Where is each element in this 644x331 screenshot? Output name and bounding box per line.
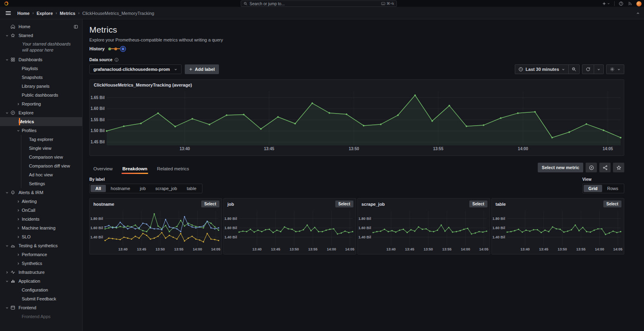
svg-text:13:50: 13:50 [424, 247, 433, 251]
sidebar-item-slo[interactable]: SLO [0, 232, 82, 241]
sidebar-item-comparison-view[interactable]: Comparison view [0, 153, 82, 161]
label-filter-job[interactable]: job [135, 185, 151, 192]
history-timeline[interactable] [108, 48, 124, 50]
user-avatar[interactable] [636, 1, 642, 6]
label-filter-all[interactable]: All [91, 185, 106, 192]
view-toggle-grid[interactable]: Grid [584, 185, 603, 192]
tab-breakdown[interactable]: Breakdown [118, 164, 151, 174]
select-button-table[interactable]: Select [603, 201, 621, 207]
scrape_job-chart[interactable]: 13:4013:4513:5013:5514:0014:051.40 Bil1.… [358, 208, 490, 252]
sidebar-item-comparison-diff-view[interactable]: Comparison diff view [0, 161, 82, 170]
sidebar-item-application[interactable]: Application [0, 277, 82, 285]
sidebar-item-frontend-apps[interactable]: Frontend Apps [0, 312, 82, 321]
share-button[interactable] [599, 163, 611, 172]
chevron-down-icon[interactable] [3, 111, 10, 115]
view-toggle-rows[interactable]: Rows [602, 185, 623, 192]
chevron-right-icon[interactable] [14, 102, 22, 106]
sidebar-item-public-dashboards[interactable]: Public dashboards [0, 91, 82, 99]
sidebar-item-explore[interactable]: Explore [0, 108, 82, 117]
explore-metric-button[interactable] [586, 163, 597, 172]
datasource-select[interactable]: grafanacloud-clickhousedemo-prom [89, 64, 182, 74]
time-range-picker[interactable]: Last 30 minutes [515, 64, 569, 74]
add-label-button[interactable]: Add label [185, 64, 219, 74]
sidebar-item-tag-explorer[interactable]: Tag explorer [0, 135, 82, 144]
label-filter-table[interactable]: table [182, 185, 201, 192]
sidebar-item-library-panels[interactable]: Library panels [0, 82, 82, 91]
chevron-right-icon[interactable] [14, 226, 22, 230]
sidebar-item-snapshots[interactable]: Snapshots [0, 73, 82, 82]
sidebar-item-label: Configuration [22, 288, 48, 292]
sidebar-item-configuration[interactable]: Configuration [0, 285, 82, 294]
sidebar-item-metrics[interactable]: Metrics [0, 117, 82, 126]
info-icon[interactable] [114, 58, 119, 62]
chevron-right-icon[interactable] [14, 253, 22, 257]
sidebar-item-alerting[interactable]: Alerting [0, 197, 82, 206]
sidebar-item-frontend[interactable]: Frontend [0, 303, 82, 312]
select-button-job[interactable]: Select [335, 201, 353, 207]
chevron-right-icon[interactable] [14, 209, 22, 212]
sidebar-item-oncall[interactable]: OnCall [0, 206, 82, 215]
sidebar-item-starred[interactable]: Starred [0, 31, 82, 40]
select-button-scrape_job[interactable]: Select [469, 201, 487, 207]
zoom-out-time-button[interactable] [569, 64, 580, 74]
chevron-right-icon[interactable] [14, 217, 22, 221]
tab-related-metrics[interactable]: Related metrics [153, 164, 193, 174]
sidebar-item-home[interactable]: Home [0, 22, 82, 31]
home-icon [10, 24, 19, 29]
chevron-up-icon[interactable] [636, 11, 640, 15]
dock-icon[interactable] [74, 25, 78, 29]
hostname-chart[interactable]: 13:4013:4513:5013:5514:0014:051.40 Bil1.… [90, 208, 222, 252]
breadcrumb-item[interactable]: Metrics [60, 11, 76, 16]
star-icon [616, 165, 621, 170]
sidebar-item-single-view[interactable]: Single view [0, 144, 82, 153]
sidebar-item-performance[interactable]: Performance [0, 250, 82, 259]
tab-overview[interactable]: Overview [89, 164, 117, 174]
search-input[interactable]: Search or jump to... ⌘+k [241, 0, 397, 7]
table-chart[interactable]: 13:4013:4513:5013:5514:0014:051.40 Bil1.… [492, 208, 624, 252]
news-icon[interactable] [627, 1, 632, 6]
main-chart[interactable]: 13:4013:4513:5013:5514:0014:051.45 Bil1.… [90, 89, 624, 151]
chevron-down-icon[interactable] [14, 129, 22, 132]
label-filter-hostname[interactable]: hostname [106, 185, 135, 192]
chevron-right-icon[interactable] [14, 235, 22, 239]
add-menu-button[interactable] [602, 2, 610, 6]
chevron-down-icon[interactable] [3, 279, 10, 283]
chevron-right-icon[interactable] [14, 262, 22, 265]
chevron-down-icon[interactable] [3, 306, 10, 310]
favorite-button[interactable] [613, 163, 624, 172]
chevron-down-icon[interactable] [3, 34, 10, 37]
sidebar-item-machine-learning[interactable]: Machine learning [0, 223, 82, 232]
chevron-right-icon[interactable] [14, 200, 22, 203]
history-current-step-icon[interactable] [122, 48, 124, 50]
breadcrumb-bar: Home›Explore›Metrics›ClickHouseMetrics_M… [0, 7, 644, 19]
label-filter-scrape_job[interactable]: scrape_job [151, 185, 182, 192]
grafana-logo[interactable] [0, 1, 12, 6]
sidebar-item-infrastructure[interactable]: Infrastructure [0, 268, 82, 277]
job-chart[interactable]: 13:4013:4513:5013:5514:0014:051.40 Bil1.… [224, 208, 356, 252]
sidebar-item-ad-hoc-view[interactable]: Ad hoc view [0, 170, 82, 179]
help-icon[interactable] [619, 1, 623, 6]
menu-toggle-icon[interactable] [6, 11, 11, 15]
refresh-button[interactable] [582, 64, 594, 74]
sidebar-item-reporting[interactable]: Reporting [0, 99, 82, 108]
breadcrumb-item[interactable]: Home [17, 11, 30, 16]
sidebar-item-submit-feedback[interactable]: Submit Feedback [0, 294, 82, 303]
sidebar-item-playlists[interactable]: Playlists [0, 64, 82, 73]
chevron-down-icon[interactable] [3, 58, 10, 62]
refresh-interval-dropdown[interactable] [594, 64, 604, 74]
select-new-metric-button[interactable]: Select new metric [538, 163, 583, 172]
select-button-hostname[interactable]: Select [201, 201, 219, 207]
sidebar-item-testing-synthetics[interactable]: Testing & synthetics [0, 241, 82, 250]
sidebar-item-incidents[interactable]: Incidents [0, 215, 82, 223]
sidebar-item-profiles[interactable]: Profiles [0, 126, 82, 135]
settings-button[interactable] [606, 64, 624, 74]
breadcrumb-item[interactable]: ClickHouseMetrics_MemoryTracking [82, 11, 154, 16]
breadcrumb-item[interactable]: Explore [37, 11, 53, 16]
sidebar-item-synthetics[interactable]: Synthetics [0, 259, 82, 268]
chevron-down-icon[interactable] [3, 244, 10, 248]
chevron-down-icon[interactable] [3, 191, 10, 194]
sidebar-item-dashboards[interactable]: Dashboards [0, 55, 82, 64]
chevron-right-icon[interactable] [3, 271, 10, 274]
sidebar-item-settings[interactable]: Settings [0, 179, 82, 188]
sidebar-item-alerts-irm[interactable]: Alerts & IRM [0, 188, 82, 197]
